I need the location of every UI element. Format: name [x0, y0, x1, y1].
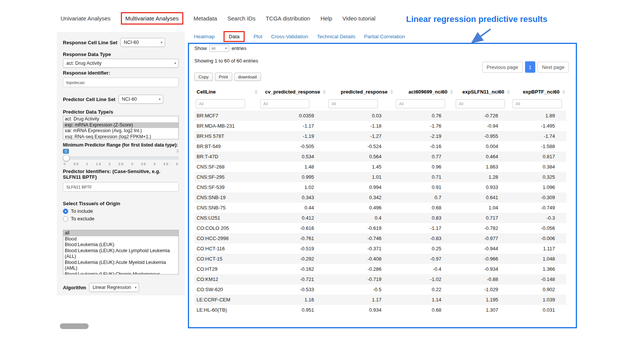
list-option-xsq-rna-seq-expression-log2-fpkm-1[interactable]: xsq: RNA-seq Expression (log2 FPKM+1.): [63, 134, 178, 140]
cellline-cell: CO:HCT-116: [194, 243, 259, 254]
cellline-cell: LE:HL-60(TB): [194, 305, 259, 315]
value-cell: 0.343: [259, 192, 327, 203]
algorithm-select[interactable]: Linear Regression ▾: [89, 283, 139, 292]
pagination: Previous page 1 Next page: [482, 61, 569, 73]
nav-item-metadata[interactable]: Metadata: [194, 15, 217, 22]
value-cell: 0.031: [511, 305, 566, 315]
value-cell: -0.616: [259, 223, 327, 233]
column-header-cellline[interactable]: CellLine: [194, 86, 259, 98]
tab-heatmap[interactable]: Heatmap: [194, 34, 215, 39]
value-cell: 0.25: [394, 243, 454, 254]
table-row: CNS:SF-2950.9951.010.711.280.325: [194, 172, 566, 182]
next-page-button[interactable]: Next page: [538, 62, 569, 73]
response-identifier-input[interactable]: [63, 78, 179, 87]
nav-item-multivariate-analyses[interactable]: Multivariate Analyses: [121, 12, 183, 25]
radio-button-icon[interactable]: [63, 216, 68, 222]
table-row: BR:T-47D0.5340.5640.770.4640.817: [194, 151, 566, 162]
value-cell: 1.17: [327, 295, 394, 305]
cellline-cell: BR:MCF7: [194, 111, 259, 121]
download-button[interactable]: download: [234, 73, 261, 81]
sort-icon[interactable]: [323, 90, 326, 94]
cellline-cell: CNS:U251: [194, 213, 259, 223]
min-predictor-range-slider: 0 5 00.511.522.533.544.55: [63, 149, 179, 168]
column-header-predicted-response[interactable]: predicted_response: [327, 86, 394, 98]
nav-item-search-ids[interactable]: Search IDs: [227, 15, 255, 22]
filter-input-predicted-response[interactable]: [328, 99, 378, 108]
page-number-button[interactable]: 1: [525, 61, 535, 73]
filter-cell: [511, 98, 566, 111]
tab-data[interactable]: Data: [224, 31, 245, 42]
value-cell: -0.749: [511, 203, 566, 213]
response-cell-line-set-label: Response Cell Line Set: [63, 40, 117, 45]
radio-label: To include: [71, 208, 93, 214]
copy-button[interactable]: Copy: [194, 73, 213, 81]
nav-item-univariate-analyses[interactable]: Univariate Analyses: [61, 15, 111, 22]
nav-item-video-tutorial[interactable]: Video tutorial: [342, 15, 375, 22]
value-cell: -0.955: [454, 131, 511, 141]
table-row: CO:HCT-15-0.292-0.408-0.97-0.9661.048: [194, 254, 566, 264]
value-cell: 0.0359: [259, 111, 327, 121]
column-header-act609699-nci60[interactable]: act609699_nci60: [394, 86, 454, 98]
list-option-blood-leukemia-leuk-acute-lymphoid-leukemia-all[interactable]: Blood:Leukemia (LEUK):Acute Lymphoid Leu…: [63, 248, 178, 260]
response-cell-line-set-select[interactable]: NCI-60 ▾: [120, 38, 165, 47]
sort-icon[interactable]: [507, 90, 510, 94]
list-option-blood-leukemia-leuk-acute-myeloid-leukemia-aml[interactable]: Blood:Leukemia (LEUK):Acute Myeloid Leuk…: [63, 260, 178, 272]
value-cell: -0.524: [327, 141, 394, 151]
value-cell: -0.721: [259, 274, 327, 284]
slider-value-badge: 0: [63, 149, 69, 154]
slider-handle[interactable]: [63, 154, 70, 161]
cellline-cell: BR:BT-549: [194, 141, 259, 151]
list-option-xai-mrna-expression-avg-log2-int[interactable]: xai: mRNA Expression (Avg. log2 Int.): [63, 128, 178, 134]
print-button[interactable]: Print: [215, 73, 232, 81]
value-cell: 0.994: [327, 182, 394, 192]
list-option-act-drug-activity[interactable]: act: Drug Activity: [63, 116, 178, 122]
filter-input-cv-predicted-response[interactable]: [260, 99, 309, 108]
predictor-cell-line-set-label: Predictor Cell Line Set: [63, 97, 116, 102]
value-cell: 0.717: [454, 213, 511, 223]
column-header-expbptf-nci60[interactable]: expBPTF_nci60: [511, 86, 566, 98]
value-cell: -0.5: [327, 284, 394, 295]
column-header-cv-predicted-response[interactable]: cv_predicted_response: [259, 86, 327, 98]
tab-technical-details[interactable]: Technical Details: [317, 34, 355, 39]
predictor-cell-line-set-select[interactable]: NCI-60 ▾: [119, 95, 163, 104]
predictor-identifiers-input[interactable]: [63, 182, 179, 192]
list-option-blood-leukemia-leuk-chronic-myelogenous-leukemia-cml[interactable]: Blood:Leukemia (LEUK):Chronic Myelogenou…: [63, 272, 178, 275]
nav-item-tcga-distribution[interactable]: TCGA distribution: [266, 15, 310, 22]
slider-track[interactable]: [63, 156, 179, 159]
column-header-expslfn11-nci60[interactable]: expSLFN11_nci60: [454, 86, 511, 98]
radio-label: To exclude: [71, 216, 94, 222]
filter-input-cellline[interactable]: [196, 99, 245, 108]
slider-tick: 1.5: [96, 162, 101, 166]
filter-input-act609699-nci60[interactable]: [396, 99, 445, 108]
sort-icon[interactable]: [390, 90, 393, 94]
value-cell: -0.519: [259, 243, 327, 254]
sort-icon[interactable]: [450, 90, 453, 94]
filter-input-expbptf-nci60[interactable]: [513, 99, 562, 108]
list-option-blood[interactable]: Blood: [63, 236, 178, 242]
sort-icon[interactable]: [562, 90, 565, 94]
previous-page-button[interactable]: Previous page: [482, 62, 523, 73]
tab-plot[interactable]: Plot: [253, 34, 262, 39]
show-entries-select[interactable]: 60 ▾: [209, 45, 229, 52]
table-body: BR:MCF70.03590.030.76-0.7261.89BR:MDA-MB…: [194, 111, 566, 315]
list-option-all[interactable]: all: [63, 230, 178, 236]
list-option-blood-leukemia-leuk[interactable]: Blood:Leukemia (LEUK): [63, 242, 178, 248]
response-data-type-select[interactable]: act: Drug Activity ▾: [63, 59, 179, 68]
list-option-exp-mrna-expression-z-score[interactable]: exp: mRNA Expression (Z-Score): [63, 122, 178, 128]
nav-item-help[interactable]: Help: [320, 15, 332, 22]
value-cell: 0.91: [394, 182, 454, 192]
value-cell: -0.505: [259, 141, 327, 151]
tab-partial-correlation[interactable]: Partial Correlation: [364, 34, 405, 39]
radio-to-exclude[interactable]: To exclude: [63, 216, 179, 222]
tab-cross-validation[interactable]: Cross-Validation: [271, 34, 308, 39]
filter-input-expslfn11-nci60[interactable]: [456, 99, 505, 108]
value-cell: 0.325: [511, 172, 566, 182]
sort-icon[interactable]: [255, 90, 258, 94]
cellline-cell: CO:COLO 205: [194, 223, 259, 233]
value-cell: -0.162: [259, 264, 327, 274]
value-cell: -0.408: [327, 254, 394, 264]
radio-button-icon[interactable]: [63, 209, 68, 214]
table-header-row: CellLinecv_predicted_responsepredicted_r…: [194, 86, 566, 98]
radio-to-include[interactable]: To include: [63, 208, 179, 214]
value-cell: -1.17: [259, 121, 327, 131]
